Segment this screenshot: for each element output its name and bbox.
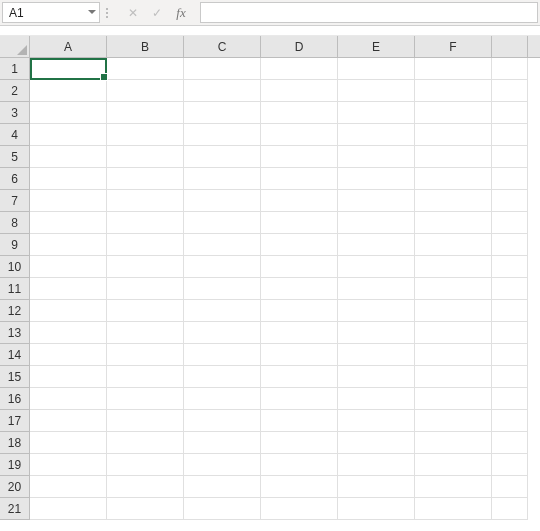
cell-partial-1[interactable] (492, 58, 528, 80)
cell-C12[interactable] (184, 300, 261, 322)
cell-F18[interactable] (415, 432, 492, 454)
cell-F1[interactable] (415, 58, 492, 80)
cell-B16[interactable] (107, 388, 184, 410)
cell-F19[interactable] (415, 454, 492, 476)
cell-A8[interactable] (30, 212, 107, 234)
cell-F8[interactable] (415, 212, 492, 234)
cell-partial-3[interactable] (492, 102, 528, 124)
cell-E9[interactable] (338, 234, 415, 256)
cell-B12[interactable] (107, 300, 184, 322)
column-header-F[interactable]: F (415, 36, 492, 57)
cell-F12[interactable] (415, 300, 492, 322)
cell-C17[interactable] (184, 410, 261, 432)
cell-B6[interactable] (107, 168, 184, 190)
cell-D18[interactable] (261, 432, 338, 454)
cell-E16[interactable] (338, 388, 415, 410)
cell-B5[interactable] (107, 146, 184, 168)
cell-B17[interactable] (107, 410, 184, 432)
cell-E19[interactable] (338, 454, 415, 476)
cell-A21[interactable] (30, 498, 107, 520)
cell-partial-13[interactable] (492, 322, 528, 344)
row-header-16[interactable]: 16 (0, 388, 29, 410)
cell-partial-20[interactable] (492, 476, 528, 498)
cell-D5[interactable] (261, 146, 338, 168)
row-header-17[interactable]: 17 (0, 410, 29, 432)
cell-C10[interactable] (184, 256, 261, 278)
cell-C7[interactable] (184, 190, 261, 212)
column-header-E[interactable]: E (338, 36, 415, 57)
column-header-C[interactable]: C (184, 36, 261, 57)
cell-C2[interactable] (184, 80, 261, 102)
cell-E7[interactable] (338, 190, 415, 212)
cell-F14[interactable] (415, 344, 492, 366)
cell-A7[interactable] (30, 190, 107, 212)
cell-E13[interactable] (338, 322, 415, 344)
cell-partial-9[interactable] (492, 234, 528, 256)
column-header-D[interactable]: D (261, 36, 338, 57)
cell-A6[interactable] (30, 168, 107, 190)
cell-D11[interactable] (261, 278, 338, 300)
cell-partial-10[interactable] (492, 256, 528, 278)
cell-D13[interactable] (261, 322, 338, 344)
cell-C11[interactable] (184, 278, 261, 300)
cell-partial-17[interactable] (492, 410, 528, 432)
row-header-15[interactable]: 15 (0, 366, 29, 388)
cell-A18[interactable] (30, 432, 107, 454)
cell-B20[interactable] (107, 476, 184, 498)
cell-E3[interactable] (338, 102, 415, 124)
cell-A17[interactable] (30, 410, 107, 432)
cell-B2[interactable] (107, 80, 184, 102)
cell-C20[interactable] (184, 476, 261, 498)
cell-F2[interactable] (415, 80, 492, 102)
cell-D17[interactable] (261, 410, 338, 432)
cell-F16[interactable] (415, 388, 492, 410)
cell-B15[interactable] (107, 366, 184, 388)
cell-partial-16[interactable] (492, 388, 528, 410)
row-header-7[interactable]: 7 (0, 190, 29, 212)
cell-B21[interactable] (107, 498, 184, 520)
row-header-20[interactable]: 20 (0, 476, 29, 498)
row-header-12[interactable]: 12 (0, 300, 29, 322)
cell-D19[interactable] (261, 454, 338, 476)
cell-F20[interactable] (415, 476, 492, 498)
cell-A14[interactable] (30, 344, 107, 366)
row-header-2[interactable]: 2 (0, 80, 29, 102)
cell-A10[interactable] (30, 256, 107, 278)
cell-partial-12[interactable] (492, 300, 528, 322)
cell-partial-8[interactable] (492, 212, 528, 234)
cell-A5[interactable] (30, 146, 107, 168)
cell-B18[interactable] (107, 432, 184, 454)
cell-C3[interactable] (184, 102, 261, 124)
cell-D15[interactable] (261, 366, 338, 388)
cell-D20[interactable] (261, 476, 338, 498)
cell-D1[interactable] (261, 58, 338, 80)
cells-area[interactable] (30, 58, 540, 520)
name-box-dropdown-icon[interactable] (85, 10, 99, 15)
row-header-14[interactable]: 14 (0, 344, 29, 366)
cell-E15[interactable] (338, 366, 415, 388)
cell-C15[interactable] (184, 366, 261, 388)
cell-E12[interactable] (338, 300, 415, 322)
cell-A9[interactable] (30, 234, 107, 256)
cell-B9[interactable] (107, 234, 184, 256)
cell-C8[interactable] (184, 212, 261, 234)
cell-E4[interactable] (338, 124, 415, 146)
cell-partial-21[interactable] (492, 498, 528, 520)
cell-D21[interactable] (261, 498, 338, 520)
cell-B8[interactable] (107, 212, 184, 234)
row-header-21[interactable]: 21 (0, 498, 29, 520)
cell-E6[interactable] (338, 168, 415, 190)
cell-D14[interactable] (261, 344, 338, 366)
cell-A13[interactable] (30, 322, 107, 344)
row-header-13[interactable]: 13 (0, 322, 29, 344)
cell-B19[interactable] (107, 454, 184, 476)
cell-E8[interactable] (338, 212, 415, 234)
cell-B7[interactable] (107, 190, 184, 212)
cell-D6[interactable] (261, 168, 338, 190)
column-header-partial[interactable] (492, 36, 528, 57)
cell-B3[interactable] (107, 102, 184, 124)
cell-E18[interactable] (338, 432, 415, 454)
cell-E1[interactable] (338, 58, 415, 80)
drag-handle-icon[interactable] (104, 0, 110, 25)
cell-B10[interactable] (107, 256, 184, 278)
